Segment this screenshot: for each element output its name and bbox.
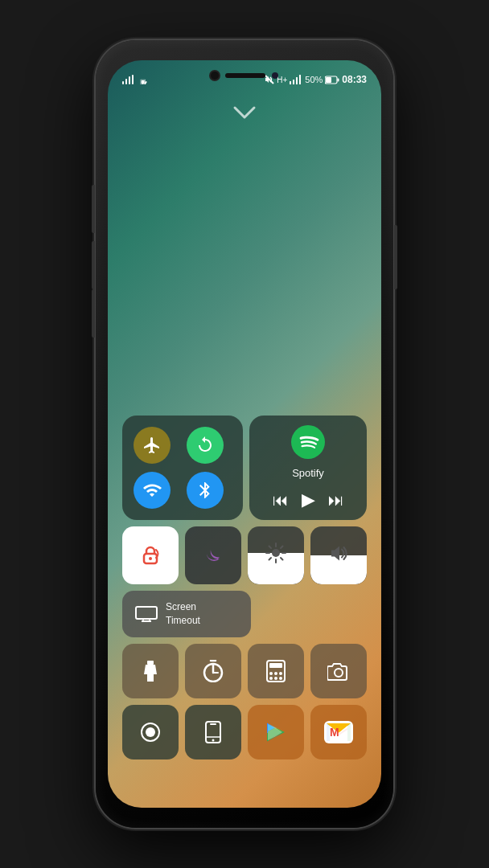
svg-rect-35 bbox=[269, 663, 282, 668]
gmail-icon: M bbox=[324, 721, 353, 743]
svg-point-17 bbox=[149, 557, 152, 560]
svg-rect-9 bbox=[293, 80, 294, 84]
wifi-status-icon: ▣ bbox=[138, 76, 150, 84]
svg-rect-29 bbox=[147, 661, 154, 665]
flashlight-button[interactable] bbox=[122, 644, 179, 698]
camera-button[interactable] bbox=[310, 644, 367, 698]
airplane-mode-button[interactable] bbox=[134, 427, 171, 464]
phone-outer: ▣ H+ 50% bbox=[96, 40, 393, 828]
prev-track-button[interactable]: ⏮ bbox=[273, 491, 289, 510]
svg-point-40 bbox=[274, 677, 277, 680]
third-row: ScreenTimeout bbox=[122, 591, 367, 637]
svg-rect-2 bbox=[129, 76, 130, 84]
camera-area bbox=[211, 72, 278, 80]
svg-point-41 bbox=[279, 677, 282, 680]
screen-mirror-icon bbox=[135, 606, 158, 622]
svg-point-18 bbox=[272, 549, 280, 557]
connectivity-grid bbox=[122, 416, 243, 520]
speaker bbox=[225, 73, 265, 78]
timer-icon bbox=[202, 660, 224, 682]
wifi-button[interactable] bbox=[134, 472, 171, 509]
svg-line-23 bbox=[269, 547, 272, 549]
front-camera bbox=[211, 72, 219, 80]
svg-point-36 bbox=[269, 672, 273, 675]
svg-line-26 bbox=[269, 558, 272, 560]
status-left-icons: ▣ bbox=[122, 75, 150, 84]
battery-percent: 50% bbox=[305, 75, 323, 84]
gmail-button[interactable]: M bbox=[310, 705, 367, 760]
svg-point-37 bbox=[274, 672, 277, 675]
playstore-button[interactable] bbox=[248, 705, 304, 760]
mobile-icon bbox=[204, 721, 222, 743]
svg-point-39 bbox=[269, 677, 273, 680]
signal-wave-icon bbox=[122, 75, 135, 84]
status-right-icons: H+ 50% 08:33 bbox=[265, 74, 367, 85]
do-not-disturb-button[interactable] bbox=[185, 526, 241, 584]
app-row-1 bbox=[122, 644, 367, 698]
sensor bbox=[272, 72, 278, 79]
svg-text:M: M bbox=[330, 726, 339, 739]
signal-strength-icon bbox=[290, 75, 302, 84]
network-type: H+ bbox=[277, 76, 287, 84]
top-row: Spotify ⏮ ▶ ⏭ bbox=[122, 416, 367, 520]
calculator-icon bbox=[265, 660, 286, 682]
brightness-slider[interactable] bbox=[248, 526, 304, 584]
svg-point-46 bbox=[212, 739, 215, 742]
next-track-button[interactable]: ⏭ bbox=[328, 491, 344, 510]
spotify-controls: ⏮ ▶ ⏭ bbox=[273, 489, 344, 510]
svg-rect-3 bbox=[132, 75, 134, 84]
rotation-button[interactable] bbox=[187, 427, 224, 464]
screen-timeout-label: ScreenTimeout bbox=[166, 600, 200, 628]
svg-rect-8 bbox=[290, 81, 291, 84]
svg-rect-27 bbox=[136, 607, 157, 619]
spotify-logo bbox=[291, 425, 325, 459]
svg-rect-10 bbox=[296, 77, 298, 84]
svg-rect-0 bbox=[122, 81, 124, 84]
app-row-2: M bbox=[122, 705, 367, 760]
svg-point-38 bbox=[279, 672, 282, 675]
record-icon bbox=[140, 722, 161, 743]
svg-rect-14 bbox=[326, 77, 331, 83]
volume-slider[interactable] bbox=[310, 526, 367, 584]
mobile-button[interactable] bbox=[185, 705, 241, 760]
play-button[interactable]: ▶ bbox=[302, 489, 315, 510]
svg-rect-11 bbox=[299, 75, 301, 84]
svg-point-42 bbox=[335, 669, 343, 677]
calculator-button[interactable] bbox=[248, 644, 304, 698]
svg-text:▣: ▣ bbox=[140, 78, 146, 84]
middle-row bbox=[122, 526, 367, 584]
screen-timeout-button[interactable]: ScreenTimeout bbox=[122, 591, 251, 637]
svg-rect-13 bbox=[338, 78, 339, 81]
bluetooth-button[interactable] bbox=[187, 472, 224, 509]
chevron-down[interactable] bbox=[232, 104, 257, 125]
flashlight-icon bbox=[139, 660, 162, 682]
phone-screen: ▣ H+ 50% bbox=[108, 60, 381, 808]
svg-point-44 bbox=[146, 727, 155, 737]
portrait-lock-button[interactable] bbox=[122, 526, 179, 584]
record-button[interactable] bbox=[122, 705, 179, 760]
camera-icon bbox=[327, 661, 350, 681]
battery-icon bbox=[325, 76, 339, 84]
control-panel: Spotify ⏮ ▶ ⏭ bbox=[122, 416, 367, 760]
time-display: 08:33 bbox=[342, 74, 367, 85]
volume-icon bbox=[328, 543, 349, 568]
svg-rect-1 bbox=[125, 79, 127, 84]
playstore-icon bbox=[265, 721, 287, 743]
timer-button[interactable] bbox=[185, 644, 241, 698]
svg-line-24 bbox=[281, 558, 283, 560]
spotify-label: Spotify bbox=[292, 467, 324, 479]
spotify-panel[interactable]: Spotify ⏮ ▶ ⏭ bbox=[249, 416, 367, 520]
svg-line-25 bbox=[281, 547, 283, 549]
brightness-icon bbox=[265, 542, 286, 568]
